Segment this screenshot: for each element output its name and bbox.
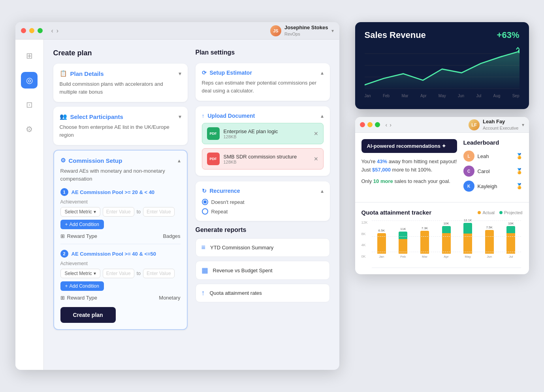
sidebar-item-settings[interactable]: ⚙	[21, 121, 38, 138]
lb-name-carol: Carol	[478, 168, 513, 174]
ai-minimize-button[interactable]	[367, 122, 373, 127]
lb-badge-1: 🏅	[516, 153, 523, 159]
lb-avatar-leah: L	[463, 151, 474, 162]
bar-chart-area: 6.5K Jan 11K Feb	[372, 220, 521, 268]
enter-value-2a[interactable]: Enter Value	[103, 269, 134, 278]
sidebar-item-grid[interactable]: ⊞	[21, 47, 38, 64]
add-condition-button-2[interactable]: + Add Condition	[60, 281, 104, 291]
bar-x-apr: Apr	[444, 255, 448, 258]
leaderboard-title: Leaderboard	[463, 139, 523, 146]
sidebar-item-camera[interactable]: ⊡	[21, 96, 38, 113]
sales-header: Sales Revenue +63%	[365, 30, 520, 40]
user-info: Josephine Stokes RevOps	[284, 24, 328, 37]
close-button[interactable]	[21, 28, 26, 33]
lb-avatar-carol: C	[463, 166, 474, 177]
doc-close-1[interactable]: ✕	[314, 130, 318, 137]
bar-x-feb: Feb	[400, 255, 406, 258]
grid-line-mid1	[372, 236, 521, 237]
metric-select-1[interactable]: Select Metric ▾	[60, 207, 100, 217]
ai-user-profile[interactable]: LF Leah Fay Account Executive ▾	[469, 119, 524, 131]
bar-x-jul: Jul	[509, 255, 513, 258]
create-plan-button[interactable]: Create plan	[60, 307, 116, 323]
ai-back-icon[interactable]: ‹	[386, 122, 388, 128]
document-item-2: PDF SMB SDR commission structure 128KB ✕	[202, 148, 324, 170]
commission-label-1: AE Commission Pool >= 20 & < 40	[72, 189, 155, 195]
chart-label-jul: Jul	[476, 94, 481, 98]
reward-type-value-2: Monetary	[159, 295, 180, 301]
back-icon[interactable]: ‹	[51, 27, 53, 34]
upload-document-header: ↑ Upload Document ▴	[202, 113, 324, 119]
commission-setup-card: ⚙ Commission Setup ▴ Reward AEs with mon…	[53, 150, 188, 330]
metric-select-chevron: ▾	[94, 209, 96, 215]
lb-badge-3: 🏅	[516, 183, 523, 189]
enter-value-2b[interactable]: Enter Value	[143, 269, 175, 278]
sales-revenue-title: Sales Revenue	[365, 30, 426, 40]
doc-close-2[interactable]: ✕	[314, 156, 318, 162]
user-profile[interactable]: JS Josephine Stokes RevOps ▾	[270, 24, 334, 37]
avatar: JS	[270, 25, 281, 36]
forward-icon[interactable]: ›	[56, 27, 58, 34]
report-item-3[interactable]: ↑ Quota attainment rates	[196, 284, 330, 302]
fullscreen-button[interactable]	[38, 28, 43, 33]
sidebar-item-target[interactable]: ◎	[21, 72, 38, 89]
minimize-button[interactable]	[29, 28, 34, 33]
reward-type-row-2: ⊞ Reward Type Monetary	[60, 295, 181, 301]
recurrence-card: ↻ Recurrence ▴ Doesn't repeat Repeat	[196, 181, 330, 221]
bar-group-may: 12.1K May	[458, 219, 478, 258]
participants-icon: 👥	[60, 113, 67, 120]
right-side-widgets: Sales Revenue +63%	[351, 10, 529, 382]
bar-group-mar: 7.3K Mar	[415, 226, 435, 258]
select-participants-title: 👥 Select Participants	[60, 113, 123, 120]
chart-label-apr: Apr	[420, 94, 427, 98]
recurrence-option-2[interactable]: Repeat	[202, 208, 324, 215]
ai-forward-icon[interactable]: ›	[390, 122, 392, 128]
bar-label-feb-top: 11K	[400, 227, 406, 231]
commission-divider	[60, 244, 181, 244]
bars-container: 6.5K Jan 11K Feb	[372, 220, 521, 258]
bar-may-actual	[463, 234, 472, 254]
bar-x-may: May	[465, 255, 471, 258]
doc-size-2: 128KB	[224, 160, 310, 164]
select-participants-header: 👥 Select Participants ▾	[60, 113, 181, 120]
to-label-2: to	[137, 271, 141, 276]
doc-icon-2: PDF	[207, 153, 220, 165]
ai-close-button[interactable]	[360, 122, 365, 127]
highlight-43: 43%	[377, 158, 387, 164]
commission-chevron[interactable]: ▴	[178, 157, 181, 164]
radio-repeat[interactable]	[202, 208, 208, 215]
participants-chevron[interactable]: ▾	[179, 113, 181, 120]
radio-doesnt-repeat[interactable]	[202, 199, 208, 205]
enter-value-1a[interactable]: Enter Value	[103, 207, 134, 217]
plan-details-card: 📋 Plan Details ▾ Build commission plans …	[53, 64, 188, 102]
recurrence-option-1[interactable]: Doesn't repeat	[202, 199, 324, 205]
plan-details-chevron[interactable]: ▾	[179, 70, 181, 77]
reward-type-value-1: Badges	[163, 233, 180, 239]
ai-fullscreen-button[interactable]	[375, 122, 380, 127]
commission-setup-title: ⚙ Commission Setup	[60, 157, 122, 164]
report-item-1[interactable]: ≡ YTD Commission Summary	[196, 238, 330, 257]
metric-select-2[interactable]: Select Metric ▾	[60, 269, 100, 278]
add-condition-button-1[interactable]: + Add Condition	[60, 220, 104, 229]
enter-value-1b[interactable]: Enter Value	[143, 207, 175, 217]
report-icon-3: ↑	[201, 289, 205, 297]
ai-recommendations-button[interactable]: AI-powered recommendations ✦	[361, 139, 457, 153]
ai-user-name: Leah Fay	[483, 119, 519, 125]
report-label-2: Revenue vs Budget Spent	[213, 268, 273, 273]
bar-jul	[506, 226, 515, 254]
quota-tracker-header: Quota attainment tracker Actual Projecte…	[361, 209, 523, 216]
leaderboard-section: Leaderboard L Leah 🏅 C Carol 🏅 K Kayleig…	[463, 139, 523, 196]
plan-details-icon: 📋	[60, 70, 67, 77]
chart-x-labels: Jan Feb Mar Apr May Jun Jul Aug Sep	[365, 94, 520, 98]
bar-label-apr-top: 10K	[443, 222, 449, 225]
commission-label-2: AE Commission Pool >= 40 & <=50	[72, 251, 156, 257]
metric-row-2: Select Metric ▾ Enter Value to Enter Val…	[60, 269, 181, 278]
estimator-chevron[interactable]: ▴	[321, 70, 324, 76]
doc-name-1: Enterprise AE plan logic	[224, 128, 310, 134]
upload-chevron[interactable]: ▴	[321, 113, 324, 119]
sales-revenue-card: Sales Revenue +63%	[355, 22, 529, 109]
report-item-2[interactable]: ▦ Revenue vs Budget Spent	[196, 261, 330, 280]
window-titlebar: ‹ › JS Josephine Stokes RevOps ▾	[15, 22, 339, 40]
doc-icon-1: PDF	[207, 127, 220, 140]
plan-details-title: 📋 Plan Details	[60, 70, 104, 77]
recurrence-chevron[interactable]: ▴	[321, 188, 324, 194]
